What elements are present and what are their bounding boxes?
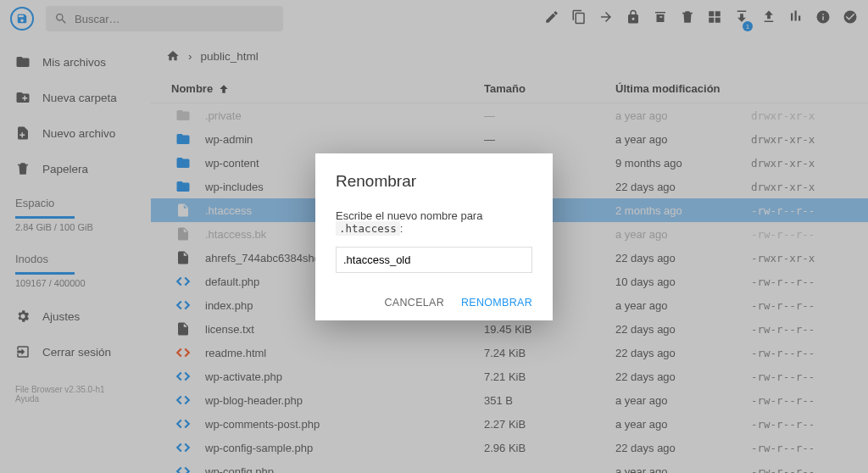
rename-dialog: Renombrar Escribe el nuevo nombre para .…: [315, 153, 553, 320]
dialog-title: Renombrar: [336, 172, 532, 191]
confirm-button[interactable]: RENOMBRAR: [461, 297, 532, 309]
modal-overlay: Renombrar Escribe el nuevo nombre para .…: [0, 0, 868, 473]
rename-input[interactable]: [336, 247, 532, 273]
cancel-button[interactable]: CANCELAR: [385, 297, 444, 309]
dialog-prompt: Escribe el nuevo nombre para .htaccess:: [336, 209, 532, 235]
